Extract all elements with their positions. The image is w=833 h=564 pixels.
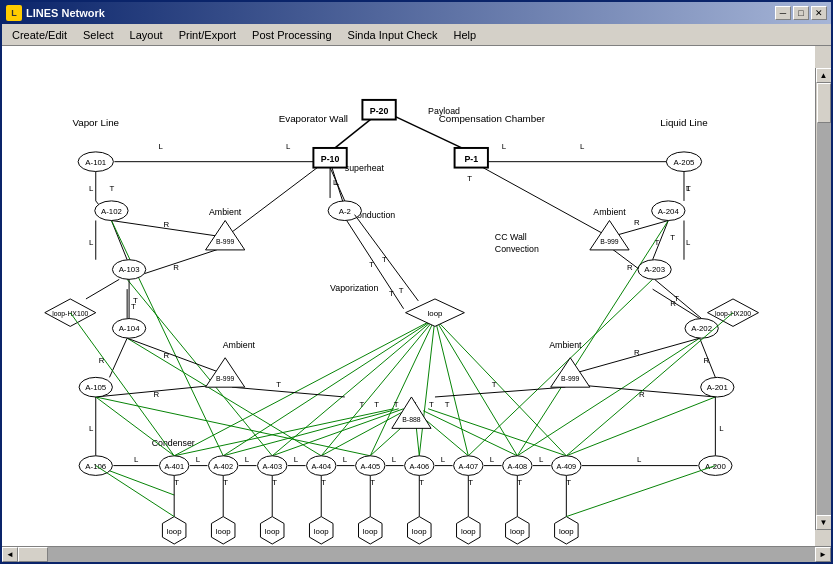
svg-text:A-202: A-202 bbox=[691, 324, 712, 333]
svg-text:loop: loop bbox=[559, 527, 574, 536]
svg-text:loop: loop bbox=[216, 527, 231, 536]
svg-text:P-20: P-20 bbox=[370, 106, 389, 116]
svg-text:A-203: A-203 bbox=[644, 265, 666, 274]
network-diagram: Vapor Line Liquid Line Evaporator Wall C… bbox=[2, 46, 815, 546]
svg-text:P-10: P-10 bbox=[321, 154, 340, 164]
svg-text:T: T bbox=[445, 400, 450, 409]
scroll-right-button[interactable]: ► bbox=[815, 547, 831, 562]
svg-text:R: R bbox=[627, 263, 633, 272]
horizontal-scrollbar[interactable]: ◄ ► bbox=[2, 546, 831, 562]
menu-layout[interactable]: Layout bbox=[122, 25, 171, 45]
svg-text:A-205: A-205 bbox=[674, 158, 696, 167]
scroll-down-button[interactable]: ▼ bbox=[816, 515, 832, 530]
svg-text:loop: loop bbox=[412, 527, 427, 536]
svg-text:B-999: B-999 bbox=[600, 238, 618, 245]
svg-text:CC Wall: CC Wall bbox=[495, 232, 527, 242]
svg-text:T: T bbox=[369, 260, 374, 269]
svg-text:loop: loop bbox=[510, 527, 525, 536]
svg-text:Vapor Line: Vapor Line bbox=[72, 117, 119, 128]
svg-text:superheat: superheat bbox=[345, 163, 385, 173]
svg-text:T: T bbox=[382, 255, 387, 264]
menu-bar: Create/Edit Select Layout Print/Export P… bbox=[2, 24, 831, 46]
scroll-track bbox=[18, 547, 815, 562]
svg-text:T: T bbox=[492, 380, 497, 389]
svg-text:T: T bbox=[321, 478, 326, 487]
svg-text:L: L bbox=[490, 455, 495, 464]
svg-text:L: L bbox=[286, 142, 291, 151]
svg-text:A-403: A-403 bbox=[262, 462, 282, 471]
svg-text:loop: loop bbox=[167, 527, 182, 536]
svg-text:T: T bbox=[394, 400, 399, 409]
svg-text:T: T bbox=[359, 400, 364, 409]
svg-text:L: L bbox=[89, 238, 94, 247]
svg-text:T: T bbox=[272, 478, 277, 487]
menu-select[interactable]: Select bbox=[75, 25, 122, 45]
svg-text:R: R bbox=[154, 390, 160, 399]
svg-text:Vaporization: Vaporization bbox=[330, 283, 378, 293]
menu-post-processing[interactable]: Post Processing bbox=[244, 25, 339, 45]
svg-text:L: L bbox=[637, 455, 642, 464]
svg-text:A-200: A-200 bbox=[705, 462, 727, 471]
svg-text:T: T bbox=[370, 478, 375, 487]
menu-print-export[interactable]: Print/Export bbox=[171, 25, 244, 45]
svg-text:R: R bbox=[704, 356, 710, 365]
svg-text:A-404: A-404 bbox=[311, 462, 331, 471]
svg-text:L: L bbox=[294, 455, 299, 464]
svg-text:A-102: A-102 bbox=[101, 207, 122, 216]
svg-text:A-105: A-105 bbox=[85, 383, 107, 392]
svg-text:T: T bbox=[174, 478, 179, 487]
svg-text:A-104: A-104 bbox=[119, 324, 141, 333]
svg-text:A-408: A-408 bbox=[508, 462, 528, 471]
svg-text:L: L bbox=[686, 238, 691, 247]
svg-text:B-999: B-999 bbox=[561, 375, 579, 382]
svg-text:T: T bbox=[467, 174, 472, 183]
svg-text:B-999: B-999 bbox=[216, 238, 234, 245]
svg-text:Ambient: Ambient bbox=[223, 340, 256, 350]
menu-help[interactable]: Help bbox=[445, 25, 484, 45]
scroll-up-button[interactable]: ▲ bbox=[816, 68, 832, 83]
scroll-thumb[interactable] bbox=[18, 547, 48, 562]
svg-text:A-401: A-401 bbox=[164, 462, 184, 471]
maximize-button[interactable]: □ bbox=[793, 6, 809, 20]
svg-text:A-204: A-204 bbox=[658, 207, 680, 216]
title-buttons: ─ □ ✕ bbox=[775, 6, 827, 20]
minimize-button[interactable]: ─ bbox=[775, 6, 791, 20]
menu-sinda-input-check[interactable]: Sinda Input Check bbox=[340, 25, 446, 45]
menu-create-edit[interactable]: Create/Edit bbox=[4, 25, 75, 45]
svg-text:R: R bbox=[99, 356, 105, 365]
title-bar: L LINES Network ─ □ ✕ bbox=[2, 2, 831, 24]
scroll-left-button[interactable]: ◄ bbox=[2, 547, 18, 562]
svg-text:T: T bbox=[674, 294, 679, 303]
svg-text:loop: loop bbox=[363, 527, 378, 536]
svg-text:T: T bbox=[276, 380, 281, 389]
diagram-canvas[interactable]: Vapor Line Liquid Line Evaporator Wall C… bbox=[2, 46, 815, 546]
main-content: Vapor Line Liquid Line Evaporator Wall C… bbox=[2, 46, 831, 546]
svg-text:R: R bbox=[163, 220, 169, 229]
svg-text:R: R bbox=[163, 351, 169, 360]
svg-text:T: T bbox=[399, 286, 404, 295]
svg-text:L: L bbox=[539, 455, 544, 464]
svg-text:T: T bbox=[566, 478, 571, 487]
svg-text:L: L bbox=[159, 142, 164, 151]
svg-text:B-888: B-888 bbox=[402, 416, 420, 423]
svg-text:L: L bbox=[89, 184, 94, 193]
svg-text:L: L bbox=[580, 142, 585, 151]
vertical-scrollbar[interactable]: ▲ ▼ bbox=[815, 68, 831, 530]
svg-text:A-407: A-407 bbox=[458, 462, 478, 471]
svg-text:Ambient: Ambient bbox=[209, 207, 242, 217]
svg-text:B-999: B-999 bbox=[216, 375, 234, 382]
svg-text:T: T bbox=[374, 400, 379, 409]
svg-text:L: L bbox=[134, 455, 139, 464]
svg-text:T: T bbox=[389, 289, 394, 298]
svg-text:Ambient: Ambient bbox=[593, 207, 626, 217]
svg-text:L: L bbox=[196, 455, 201, 464]
svg-text:A-101: A-101 bbox=[85, 158, 106, 167]
svg-text:T: T bbox=[670, 233, 675, 242]
svg-text:T: T bbox=[109, 184, 114, 193]
svg-text:loop: loop bbox=[314, 527, 329, 536]
svg-text:L: L bbox=[392, 455, 397, 464]
svg-text:Liquid Line: Liquid Line bbox=[660, 117, 708, 128]
svg-text:T: T bbox=[468, 478, 473, 487]
close-button[interactable]: ✕ bbox=[811, 6, 827, 20]
svg-text:L: L bbox=[502, 142, 507, 151]
